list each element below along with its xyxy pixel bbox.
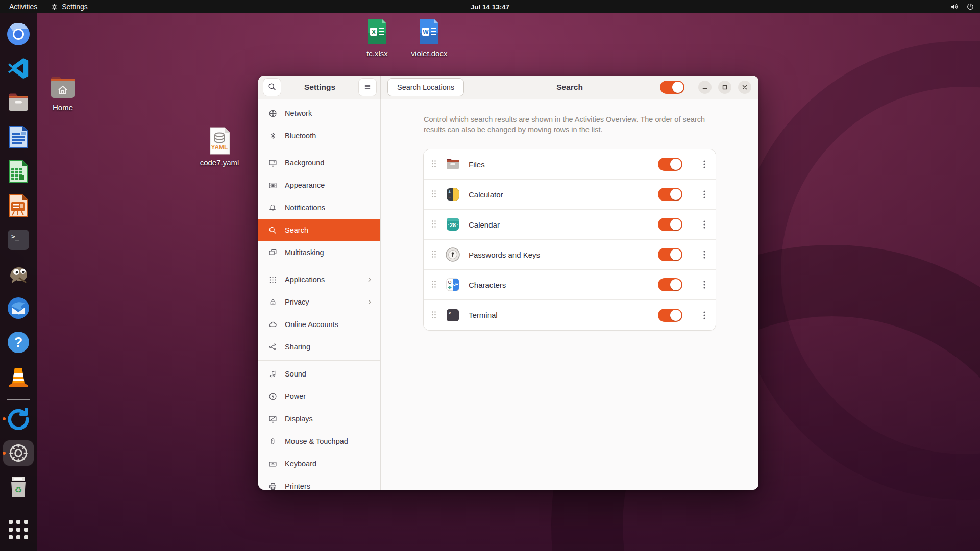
search-locations-button[interactable]: Search Locations [388, 79, 463, 96]
software-updater-icon[interactable] [3, 406, 34, 432]
drag-handle-icon[interactable] [431, 280, 438, 290]
sidebar-item-sound[interactable]: Sound [258, 363, 380, 385]
libreoffice-impress-icon[interactable] [3, 193, 34, 218]
app-menu-button[interactable]: Settings [51, 3, 88, 11]
libreoffice-writer-icon[interactable] [3, 124, 34, 149]
desktop-file-violet-docx[interactable]: W violet.docx [401, 17, 457, 58]
desktop-folder-home[interactable]: Home [35, 74, 91, 112]
spreadsheet-file-icon: X [363, 17, 391, 46]
sidebar-item-applications[interactable]: Applications [258, 268, 380, 291]
sidebar-item-label: Background [285, 159, 324, 167]
passwords-keys-toggle[interactable] [658, 248, 682, 261]
svg-text:X: X [372, 28, 376, 36]
volume-icon [950, 3, 959, 10]
search-row-files[interactable]: Files [424, 149, 716, 180]
hamburger-menu-icon [363, 83, 372, 92]
sidebar-item-search[interactable]: Search [258, 219, 380, 241]
sidebar-item-appearance[interactable]: Appearance [258, 174, 380, 196]
show-apps-grid-icon[interactable] [3, 517, 34, 542]
trash-icon[interactable]: ♻ [3, 474, 34, 500]
sidebar-item-background[interactable]: Background [258, 152, 380, 174]
system-status-area[interactable] [950, 0, 974, 13]
drag-handle-icon[interactable] [431, 310, 438, 320]
search-row-calendar[interactable]: 28 Calendar [424, 210, 716, 240]
row-menu-button[interactable] [697, 217, 712, 232]
sidebar-item-label: Bluetooth [285, 132, 316, 140]
desktop-file-code7-yaml[interactable]: YAML code7.yaml [191, 127, 248, 167]
sidebar-item-online-accounts[interactable]: Online Accounts [258, 313, 380, 336]
sidebar-item-printers[interactable]: Printers [258, 475, 380, 490]
row-menu-button[interactable] [697, 278, 712, 292]
row-menu-button[interactable] [697, 157, 712, 171]
row-divider [691, 217, 691, 232]
sidebar-item-mouse-touchpad[interactable]: Mouse & Touchpad [258, 430, 380, 453]
drag-handle-icon[interactable] [431, 249, 438, 260]
sidebar-item-power[interactable]: Power [258, 385, 380, 408]
row-label: Files [469, 160, 485, 169]
sidebar-item-sharing[interactable]: Sharing [258, 336, 380, 358]
help-icon[interactable]: ? [3, 330, 34, 355]
sidebar-item-label: Sound [285, 370, 306, 378]
sidebar-item-label: Online Accounts [285, 320, 338, 329]
drag-handle-icon[interactable] [431, 159, 438, 169]
appearance-icon [268, 181, 277, 190]
panel-description: Control which search results are shown i… [424, 114, 716, 135]
settings-gear-icon[interactable] [3, 440, 34, 466]
gimp-icon[interactable] [3, 261, 34, 287]
svg-text:♻: ♻ [14, 485, 22, 495]
svg-text:=: = [454, 194, 457, 199]
terminal-toggle[interactable] [658, 309, 682, 322]
minimize-button[interactable] [698, 81, 712, 94]
calculator-toggle[interactable] [658, 188, 682, 201]
thunderbird-icon[interactable] [3, 295, 34, 321]
calendar-toggle[interactable] [658, 218, 682, 231]
sidebar-item-keyboard[interactable]: Keyboard [258, 453, 380, 475]
row-menu-button[interactable] [697, 187, 712, 202]
cloud-icon [268, 320, 277, 329]
sidebar-item-multitasking[interactable]: Multitasking [258, 241, 380, 264]
chromium-icon[interactable] [3, 21, 34, 47]
sidebar-item-privacy[interactable]: Privacy [258, 291, 380, 313]
terminal-icon[interactable]: >_ [3, 227, 34, 253]
sidebar-item-displays[interactable]: Displays [258, 408, 380, 430]
search-row-calculator[interactable]: + − = = Calculator [424, 180, 716, 210]
drag-handle-icon[interactable] [431, 219, 438, 230]
row-divider [691, 157, 691, 172]
sidebar-item-bluetooth[interactable]: Bluetooth [258, 124, 380, 147]
power-battery-icon [268, 392, 277, 401]
search-row-passwords-and-keys[interactable]: Passwords and Keys [424, 240, 716, 270]
terminal-app-icon: >_ [445, 307, 461, 323]
close-button[interactable] [738, 81, 751, 94]
characters-toggle[interactable] [658, 278, 682, 291]
page-title: Search [556, 83, 583, 92]
search-row-terminal[interactable]: >_ Terminal [424, 300, 716, 330]
main-menu-button[interactable] [359, 79, 376, 96]
maximize-button[interactable] [718, 81, 731, 94]
sidebar-separator [258, 149, 380, 149]
clock[interactable]: Jul 14 13:47 [471, 0, 510, 13]
row-menu-button[interactable] [697, 247, 712, 262]
search-button[interactable] [263, 79, 281, 96]
search-row-characters[interactable]: Ö ✤ ش Characters [424, 270, 716, 300]
sidebar-item-network[interactable]: Network [258, 102, 380, 124]
sidebar-item-label: Mouse & Touchpad [285, 437, 348, 445]
vscode-icon[interactable] [3, 56, 34, 81]
libreoffice-calc-icon[interactable] [3, 159, 34, 184]
search-master-toggle[interactable] [660, 81, 684, 94]
desktop-file-label: code7.yaml [200, 158, 239, 167]
search-icon [268, 83, 276, 92]
activities-label: Activities [9, 3, 37, 11]
mouse-icon [268, 437, 277, 446]
desktop-file-tc-xlsx[interactable]: X tc.xlsx [349, 17, 405, 58]
row-label: Calculator [469, 190, 503, 199]
vlc-icon[interactable] [3, 364, 34, 389]
row-divider [691, 247, 691, 262]
yaml-file-icon: YAML [206, 127, 233, 155]
sidebar-item-notifications[interactable]: Notifications [258, 196, 380, 219]
desktop-file-label: tc.xlsx [366, 49, 388, 58]
files-icon[interactable] [3, 90, 34, 115]
activities-button[interactable]: Activities [9, 3, 37, 11]
row-menu-button[interactable] [697, 308, 712, 322]
files-toggle[interactable] [658, 158, 682, 171]
drag-handle-icon[interactable] [431, 189, 438, 199]
